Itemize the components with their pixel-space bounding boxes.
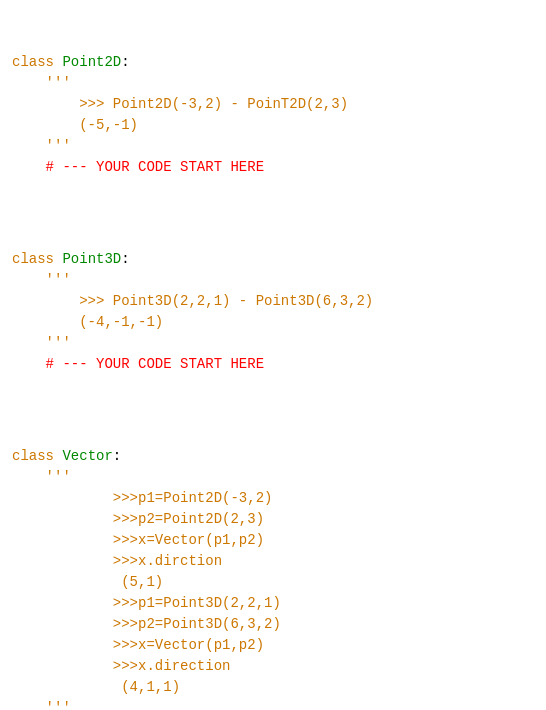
docstring-open-3: ''' xyxy=(12,469,71,485)
point2d-section: class Point2D: ''' >>> Point2D(-3,2) - P… xyxy=(12,31,534,199)
docstring-open-1: ''' xyxy=(12,75,71,91)
docstring-close-2: ''' xyxy=(12,335,71,351)
classname-point3d: Point3D xyxy=(62,251,121,267)
docstring-open-2: ''' xyxy=(12,272,71,288)
docstring-line-7: >>>x=Vector(p1,p2) xyxy=(12,532,264,548)
code-editor: class Point2D: ''' >>> Point2D(-3,2) - P… xyxy=(12,10,534,710)
comment-2: # --- YOUR CODE START HERE xyxy=(12,356,264,372)
docstring-line-10: >>>p1=Point3D(2,2,1) xyxy=(12,595,281,611)
docstring-line-6: >>>p2=Point2D(2,3) xyxy=(12,511,264,527)
comment-1: # --- YOUR CODE START HERE xyxy=(12,159,264,175)
docstring-line-8: >>>x.dirction xyxy=(12,553,222,569)
docstring-line-13: >>>x.direction xyxy=(12,658,230,674)
keyword-class-3: class xyxy=(12,448,62,464)
docstring-line-5: >>>p1=Point2D(-3,2) xyxy=(12,490,272,506)
docstring-line-2: (-5,-1) xyxy=(12,117,138,133)
docstring-close-1: ''' xyxy=(12,138,71,154)
docstring-line-12: >>>x=Vector(p1,p2) xyxy=(12,637,264,653)
docstring-close-3: ''' xyxy=(12,700,71,710)
classname-point2d: Point2D xyxy=(62,54,121,70)
docstring-line-4: (-4,-1,-1) xyxy=(12,314,163,330)
point3d-section: class Point3D: ''' >>> Point3D(2,2,1) - … xyxy=(12,228,534,396)
keyword-class-1: class xyxy=(12,54,62,70)
docstring-line-11: >>>p2=Point3D(6,3,2) xyxy=(12,616,281,632)
vector-section: class Vector: ''' >>>p1=Point2D(-3,2) >>… xyxy=(12,425,534,710)
docstring-line-9: (5,1) xyxy=(12,574,163,590)
docstring-line-14: (4,1,1) xyxy=(12,679,180,695)
docstring-line-3: >>> Point3D(2,2,1) - Point3D(6,3,2) xyxy=(12,293,373,309)
docstring-line-1: >>> Point2D(-3,2) - PoinT2D(2,3) xyxy=(12,96,348,112)
classname-vector: Vector xyxy=(62,448,112,464)
keyword-class-2: class xyxy=(12,251,62,267)
